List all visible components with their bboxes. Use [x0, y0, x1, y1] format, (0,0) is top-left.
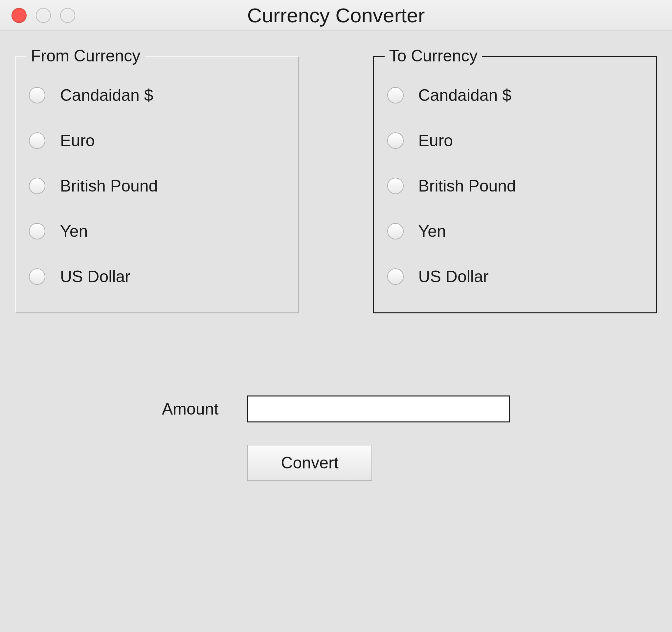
- to-currency-list: Candaidan $ Euro British Pound Yen: [387, 86, 643, 286]
- to-radio-euro[interactable]: Euro: [387, 131, 643, 150]
- amount-row: Amount: [162, 396, 510, 422]
- titlebar: Currency Converter: [0, 0, 672, 31]
- radio-label: Yen: [60, 222, 88, 241]
- maximize-window-icon[interactable]: [60, 8, 75, 23]
- close-window-icon[interactable]: [11, 8, 27, 23]
- radio-label: US Dollar: [60, 267, 130, 286]
- from-radio-british-pound[interactable]: British Pound: [29, 177, 285, 195]
- radio-icon: [29, 268, 45, 285]
- from-radio-euro[interactable]: Euro: [29, 131, 285, 150]
- radio-icon: [387, 223, 404, 239]
- convert-button[interactable]: Convert: [247, 445, 372, 481]
- radio-label: US Dollar: [418, 267, 489, 286]
- to-radio-yen[interactable]: Yen: [387, 222, 643, 241]
- form-area: Amount Convert: [15, 396, 657, 481]
- to-currency-legend: To Currency: [385, 46, 482, 65]
- content-area: From Currency Candaidan $ Euro British P…: [0, 31, 672, 632]
- radio-icon: [387, 132, 404, 149]
- to-radio-british-pound[interactable]: British Pound: [387, 177, 643, 195]
- currency-groups-row: From Currency Candaidan $ Euro British P…: [15, 56, 657, 313]
- radio-label: British Pound: [60, 177, 158, 195]
- from-currency-legend: From Currency: [26, 46, 145, 65]
- from-currency-group: From Currency Candaidan $ Euro British P…: [15, 56, 299, 313]
- radio-label: Yen: [418, 222, 446, 241]
- from-radio-us-dollar[interactable]: US Dollar: [29, 267, 285, 286]
- radio-icon: [387, 178, 404, 194]
- window-controls: [11, 8, 75, 23]
- radio-icon: [387, 268, 404, 285]
- window-title: Currency Converter: [247, 4, 425, 27]
- amount-input[interactable]: [247, 396, 510, 422]
- radio-label: Candaidan $: [60, 86, 153, 105]
- convert-row: Convert: [162, 445, 510, 481]
- radio-label: Euro: [60, 131, 95, 150]
- radio-icon: [29, 178, 45, 194]
- from-radio-yen[interactable]: Yen: [29, 222, 285, 241]
- radio-label: Candaidan $: [418, 86, 512, 105]
- minimize-window-icon[interactable]: [36, 8, 51, 23]
- to-radio-canadian[interactable]: Candaidan $: [387, 86, 643, 105]
- radio-icon: [29, 87, 45, 103]
- radio-label: British Pound: [418, 177, 516, 195]
- radio-icon: [387, 87, 404, 103]
- radio-icon: [29, 223, 45, 239]
- amount-label: Amount: [162, 399, 227, 419]
- from-radio-canadian[interactable]: Candaidan $: [29, 86, 285, 105]
- radio-icon: [29, 132, 45, 149]
- from-currency-list: Candaidan $ Euro British Pound Yen: [29, 86, 285, 286]
- to-radio-us-dollar[interactable]: US Dollar: [387, 267, 643, 286]
- spacer: [162, 445, 247, 481]
- to-currency-group: To Currency Candaidan $ Euro British Pou…: [373, 56, 657, 313]
- app-window: Currency Converter From Currency Candaid…: [0, 0, 672, 632]
- radio-label: Euro: [418, 131, 453, 150]
